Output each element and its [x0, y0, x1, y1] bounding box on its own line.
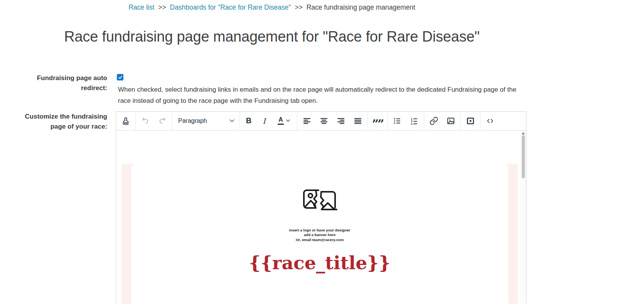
toolbar-group-lists: 1 2 3: [387, 112, 424, 130]
banner-placeholder-text: Insert a logo or have your designer add …: [131, 228, 508, 243]
media-button[interactable]: [462, 112, 479, 130]
numbered-list-icon: 1 2 3: [410, 116, 419, 126]
customize-label: Customize the fundraising page of your r…: [22, 111, 107, 304]
image-button[interactable]: [442, 112, 459, 130]
auto-redirect-label: Fundraising page auto redirect:: [22, 73, 107, 107]
align-right-button[interactable]: [332, 112, 349, 130]
source-code-icon: [486, 116, 495, 126]
toolbar-group-tokens: [116, 112, 135, 130]
stamp-button[interactable]: [117, 112, 134, 130]
editor-canvas[interactable]: Insert a logo or have your designer add …: [116, 131, 520, 304]
link-button[interactable]: [425, 112, 442, 130]
undo-icon: [141, 116, 150, 126]
settings-form: Fundraising page auto redirect: When che…: [22, 73, 544, 304]
svg-text:3: 3: [411, 122, 412, 125]
chevron-down-icon: [229, 119, 234, 122]
align-left-icon: [302, 116, 312, 126]
undo-button[interactable]: [137, 112, 154, 130]
numbered-list-button[interactable]: 1 2 3: [406, 112, 423, 130]
editor-scrollbar[interactable]: [520, 131, 526, 304]
toolbar-group-history: [135, 112, 172, 130]
toolbar-group-align: [297, 112, 368, 130]
paragraph-format-select[interactable]: Paragraph: [174, 112, 238, 130]
checkmark-icon: [118, 75, 123, 80]
align-left-button[interactable]: [298, 112, 315, 130]
bold-icon: B: [246, 116, 251, 125]
fundraising-page-card: Insert a logo or have your designer add …: [131, 164, 508, 304]
text-color-icon: A: [278, 117, 284, 125]
breadcrumb-dashboards-link[interactable]: Dashboards for "Race for Rare Disease": [170, 3, 291, 11]
align-center-button[interactable]: [315, 112, 332, 130]
toolbar-group-media: [460, 112, 480, 130]
bullet-list-button[interactable]: [389, 112, 406, 130]
breadcrumb-race-list-link[interactable]: Race list: [128, 3, 154, 11]
auto-redirect-row: Fundraising page auto redirect: When che…: [22, 73, 544, 107]
stamp-icon: [121, 116, 130, 126]
media-icon: [466, 116, 475, 126]
scrollbar-thumb[interactable]: [522, 135, 525, 178]
broken-image-icon: [301, 188, 338, 215]
align-center-icon: [319, 116, 329, 126]
breadcrumb-separator: >>: [158, 3, 166, 11]
toolbar-group-code: [480, 112, 500, 130]
bold-button[interactable]: B: [241, 112, 256, 130]
chevron-down-icon: [286, 119, 290, 122]
source-code-button[interactable]: [482, 112, 499, 130]
breadcrumb-separator: >>: [295, 3, 302, 11]
breadcrumb-current-page: Race fundraising page management: [307, 3, 415, 11]
auto-redirect-description: When checked, select fundraising links i…: [116, 84, 525, 107]
toolbar-group-insert: [424, 112, 460, 130]
toolbar-group-text-style: B I A: [239, 112, 297, 130]
redo-button[interactable]: [154, 112, 171, 130]
blockquote-icon: ””: [372, 112, 383, 130]
auto-redirect-checkbox[interactable]: [117, 74, 123, 80]
image-icon: [446, 116, 455, 126]
editor-toolbar: Paragraph B I: [116, 112, 526, 131]
race-title-token: {{race_title}}: [131, 252, 508, 273]
link-icon: [429, 116, 438, 126]
page-title: Race fundraising page management for "Ra…: [0, 28, 544, 45]
italic-icon: I: [263, 117, 266, 125]
paragraph-format-label: Paragraph: [178, 117, 207, 124]
text-color-button[interactable]: A: [272, 112, 296, 130]
banner-placeholder: Insert a logo or have your designer add …: [131, 164, 508, 243]
toolbar-group-blockquote: ””: [368, 112, 387, 130]
auto-redirect-field: When checked, select fundraising links i…: [116, 73, 526, 107]
scrollbar-up-arrow[interactable]: [522, 132, 525, 134]
breadcrumb: Race list >> Dashboards for "Race for Ra…: [0, 0, 544, 12]
bullet-list-icon: [393, 116, 402, 126]
toolbar-group-format: Paragraph: [172, 112, 239, 130]
fundraising-page-background: Insert a logo or have your designer add …: [121, 164, 518, 304]
blockquote-button[interactable]: ””: [369, 112, 386, 130]
justify-button[interactable]: [349, 112, 366, 130]
justify-icon: [353, 116, 362, 126]
rich-text-editor: Paragraph B I: [116, 111, 526, 304]
editor-content-area: Insert a logo or have your designer add …: [116, 131, 526, 304]
page-container: Race list >> Dashboards for "Race for Ra…: [0, 0, 544, 304]
align-right-icon: [336, 116, 346, 126]
italic-button[interactable]: I: [256, 112, 272, 130]
customize-row: Customize the fundraising page of your r…: [22, 111, 544, 304]
redo-icon: [158, 116, 167, 126]
